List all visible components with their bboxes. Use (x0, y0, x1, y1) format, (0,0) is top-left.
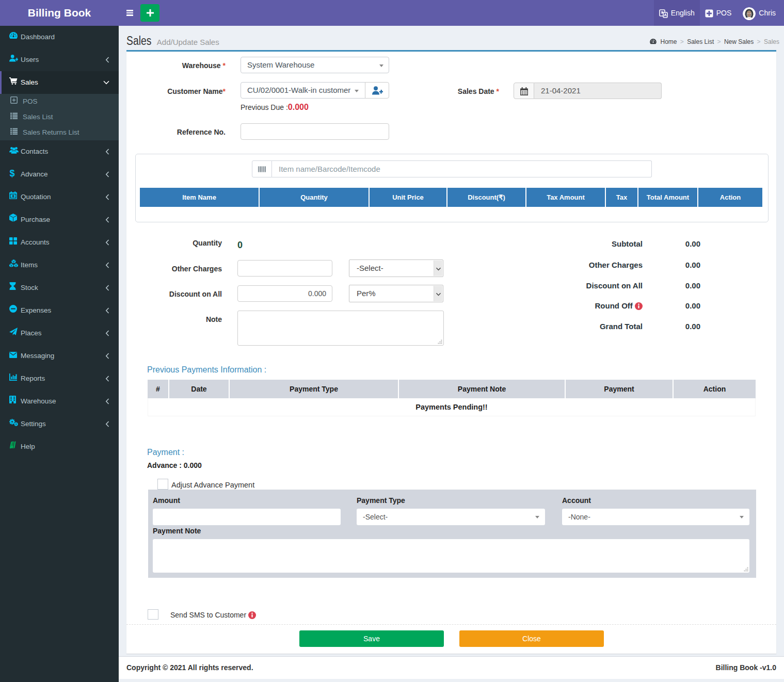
svg-text:$: $ (9, 168, 14, 178)
